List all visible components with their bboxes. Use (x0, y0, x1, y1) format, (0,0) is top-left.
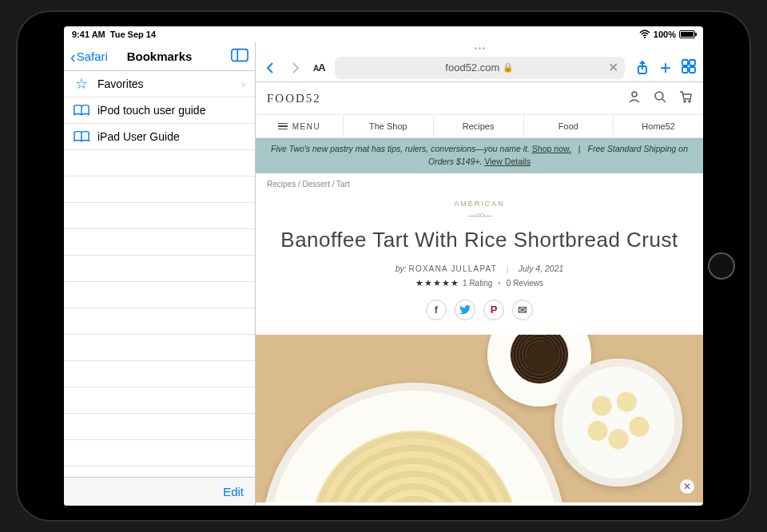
svg-point-12 (689, 101, 690, 102)
bookmark-item[interactable]: iPad User Guide (64, 124, 255, 150)
ipad-frame: 9:41 AM Tue Sep 14 100% ‹ Safari Bookmar… (16, 10, 751, 522)
bookmarks-list: ☆ Favorites › iPod touch user guide (64, 71, 255, 477)
battery-pct: 100% (654, 30, 676, 39)
author-link[interactable]: ROXANA JULLAPAT (409, 264, 497, 273)
svg-rect-5 (690, 60, 695, 66)
browser-toolbar: AA food52.com 🔒 ✕ + (256, 54, 703, 82)
web-page[interactable]: FOOD52 MENU The Shop Recipe (256, 82, 703, 506)
bookmarks-sidebar: ‹ Safari Bookmarks ☆ Favorites › (64, 42, 256, 506)
rating-row: ★★★★★ 1 Rating • 0 Reviews (275, 278, 684, 288)
share-button[interactable] (634, 60, 650, 76)
article-header: AMERICAN —○○— Banoffee Tart With Rice Sh… (256, 195, 703, 335)
category-label[interactable]: AMERICAN (275, 200, 684, 208)
chevron-left-icon: ‹ (70, 49, 76, 65)
empty-row (64, 335, 255, 361)
svg-point-9 (655, 92, 663, 100)
edit-button[interactable]: Edit (223, 485, 244, 498)
review-count[interactable]: 0 Reviews (507, 279, 543, 288)
home-button[interactable] (708, 252, 735, 280)
site-logo[interactable]: FOOD52 (267, 92, 321, 105)
empty-row (64, 387, 255, 414)
account-icon[interactable] (628, 90, 641, 106)
nav-food[interactable]: Food (524, 115, 614, 137)
site-nav: MENU The Shop Recipes Food Home52 (256, 114, 703, 138)
address-text: food52.com (445, 62, 499, 73)
nav-home52[interactable]: Home52 (614, 115, 703, 137)
screen: 9:41 AM Tue Sep 14 100% ‹ Safari Bookmar… (64, 26, 703, 506)
address-bar[interactable]: food52.com 🔒 ✕ (335, 57, 625, 79)
empty-row (64, 282, 255, 308)
svg-rect-1 (232, 49, 248, 61)
svg-point-11 (684, 101, 686, 102)
bookmark-item[interactable]: iPod touch user guide (64, 97, 255, 124)
nav-menu-button[interactable]: MENU (256, 115, 344, 137)
empty-row (64, 414, 255, 440)
book-icon (74, 104, 89, 117)
promo-banner: Five Two's new pastry mat has tips, rule… (256, 138, 703, 173)
tabs-overview-button[interactable] (681, 58, 697, 77)
sidebar-toggle-button[interactable] (231, 48, 248, 66)
stop-reload-button[interactable]: ✕ (608, 60, 618, 75)
breadcrumb[interactable]: Recipes / Dessert / Tart (256, 173, 703, 195)
view-details-link[interactable]: View Details (484, 157, 531, 166)
share-facebook-button[interactable]: f (426, 300, 447, 320)
chevron-right-icon: › (241, 77, 245, 90)
empty-row (64, 177, 255, 203)
sidebar-title: Bookmarks (127, 50, 193, 63)
photo-plate-small (554, 359, 682, 486)
sidebar-footer: Edit (64, 477, 255, 506)
publish-date: July 4, 2021 (519, 264, 564, 273)
empty-row (64, 361, 255, 387)
burger-icon (278, 123, 288, 129)
bookmark-label: iPad User Guide (97, 130, 180, 143)
by-label: by: (395, 264, 407, 273)
svg-point-8 (632, 92, 637, 97)
star-icon: ☆ (74, 75, 89, 93)
empty-row (64, 203, 255, 229)
favorites-label: Favorites (97, 77, 144, 90)
status-bar: 9:41 AM Tue Sep 14 100% (64, 26, 703, 42)
text-size-button[interactable]: AA (313, 62, 325, 73)
back-to-safari[interactable]: ‹ Safari (70, 49, 108, 65)
nav-forward-button[interactable] (288, 60, 304, 76)
stars-icon[interactable]: ★★★★★ (415, 278, 459, 288)
browser-pane: AA food52.com 🔒 ✕ + (256, 42, 703, 506)
byline: by: ROXANA JULLAPAT | July 4, 2021 (275, 264, 684, 273)
bookmark-label: iPod touch user guide (97, 104, 205, 117)
book-icon (74, 130, 89, 143)
close-icon[interactable]: ✕ (679, 478, 695, 494)
empty-row (64, 229, 255, 256)
empty-row (64, 308, 255, 335)
grab-handle[interactable] (256, 42, 703, 54)
rating-count[interactable]: 1 Rating (463, 279, 492, 288)
nav-back-button[interactable] (262, 60, 278, 76)
lock-icon: 🔒 (503, 62, 514, 73)
empty-row (64, 440, 255, 466)
recipe-photo: ✕ (256, 335, 703, 502)
share-email-button[interactable]: ✉ (512, 300, 533, 320)
empty-row (64, 256, 255, 282)
share-twitter-button[interactable] (455, 300, 475, 320)
sidebar-header: ‹ Safari Bookmarks (64, 42, 255, 71)
new-tab-button[interactable]: + (660, 58, 671, 77)
nav-recipes[interactable]: Recipes (434, 115, 524, 137)
svg-rect-7 (690, 67, 695, 73)
empty-row (64, 150, 255, 177)
shop-now-link[interactable]: Shop now. (532, 144, 571, 153)
svg-rect-6 (682, 67, 688, 73)
status-time: 9:41 AM (72, 30, 105, 39)
favorites-row[interactable]: ☆ Favorites › (64, 71, 255, 97)
status-date: Tue Sep 14 (110, 30, 156, 39)
search-icon[interactable] (654, 90, 666, 106)
nav-shop[interactable]: The Shop (344, 115, 434, 137)
nav-menu-label: MENU (292, 122, 320, 131)
share-pinterest-button[interactable]: P (483, 300, 504, 320)
banner-text-a: Five Two's new pastry mat has tips, rule… (271, 144, 530, 153)
svg-rect-4 (682, 60, 688, 66)
battery-icon (679, 30, 695, 38)
ornament-icon: —○○— (275, 210, 684, 220)
cart-icon[interactable] (679, 90, 692, 106)
svg-line-10 (662, 99, 666, 102)
wifi-icon (639, 30, 650, 40)
back-label: Safari (77, 50, 108, 63)
